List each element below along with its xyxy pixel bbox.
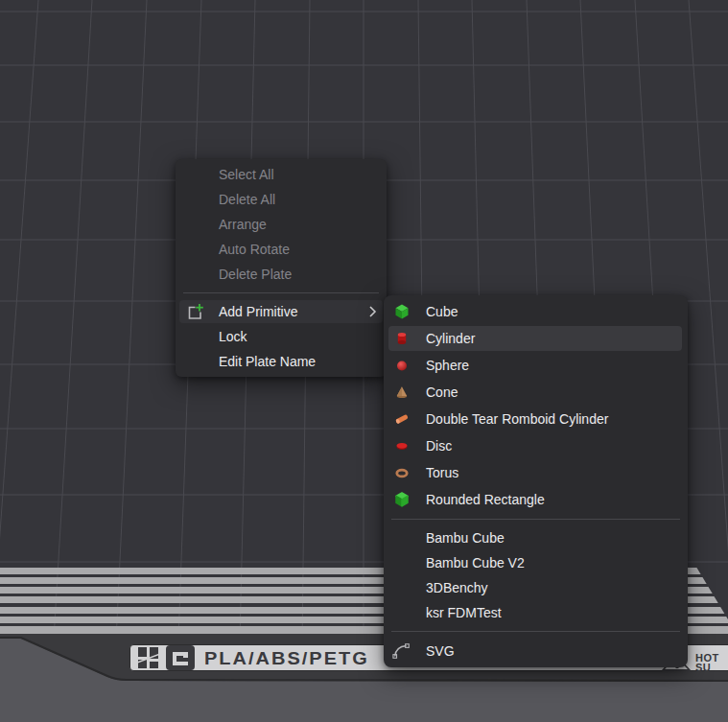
menu-separator xyxy=(391,631,680,632)
menu-item-rounded-rectangle[interactable]: Rounded Rectangle xyxy=(384,486,688,513)
menu-separator xyxy=(391,519,680,520)
menu-item-lock[interactable]: Lock xyxy=(176,324,387,349)
plate-badge-icon xyxy=(166,645,195,670)
torus-icon xyxy=(392,463,411,482)
menu-item-arrange[interactable]: Arrange xyxy=(176,212,387,237)
cube-icon xyxy=(392,302,411,321)
menu-item-3dbenchy[interactable]: 3DBenchy xyxy=(384,575,688,600)
menu-separator xyxy=(183,292,379,293)
chevron-right-icon xyxy=(368,305,377,318)
cone-icon xyxy=(392,383,411,402)
menu-item-double-tear-romboid-cylinder[interactable]: Double Tear Romboid Cylinder xyxy=(384,406,688,432)
hot-surface-warning-text: HOT SU xyxy=(695,653,719,672)
menu-item-ksr-fdmtest[interactable]: ksr FDMTest xyxy=(384,600,688,625)
menu-item-delete-all[interactable]: Delete All xyxy=(176,187,387,212)
menu-item-cylinder[interactable]: Cylinder xyxy=(384,325,688,352)
menu-item-bambu-cube-v2[interactable]: Bambu Cube V2 xyxy=(384,550,688,575)
menu-item-disc[interactable]: Disc xyxy=(384,432,688,459)
menu-item-add-primitive[interactable]: Add Primitive xyxy=(176,299,387,324)
cylinder-icon xyxy=(392,329,411,348)
menu-item-cone[interactable]: Cone xyxy=(384,379,688,406)
disc-icon xyxy=(392,436,411,455)
add-primitive-icon xyxy=(185,302,204,321)
add-primitive-submenu: Cube Cylinder xyxy=(384,295,688,667)
menu-item-torus[interactable]: Torus xyxy=(384,459,688,486)
context-menu: Select All Delete All Arrange Auto Rotat… xyxy=(176,159,387,377)
sphere-icon xyxy=(392,356,411,375)
viewport[interactable]: PLA/ABS/PETG HOT SU Select All Delete Al… xyxy=(0,0,728,722)
bambu-logo-icon xyxy=(137,646,160,669)
svg-curve-icon xyxy=(392,641,411,661)
double-tear-romboid-cylinder-icon xyxy=(392,409,411,429)
menu-item-auto-rotate[interactable]: Auto Rotate xyxy=(176,237,387,262)
menu-item-select-all[interactable]: Select All xyxy=(176,162,387,187)
material-label: PLA/ABS/PETG xyxy=(204,647,369,668)
rounded-rectangle-icon xyxy=(392,490,411,509)
menu-item-svg[interactable]: SVG xyxy=(384,638,688,664)
menu-item-cube[interactable]: Cube xyxy=(384,298,688,325)
menu-item-bambu-cube[interactable]: Bambu Cube xyxy=(384,525,688,550)
menu-item-delete-plate[interactable]: Delete Plate xyxy=(176,262,387,287)
menu-item-sphere[interactable]: Sphere xyxy=(384,352,688,379)
menu-item-edit-plate-name[interactable]: Edit Plate Name xyxy=(176,349,387,374)
